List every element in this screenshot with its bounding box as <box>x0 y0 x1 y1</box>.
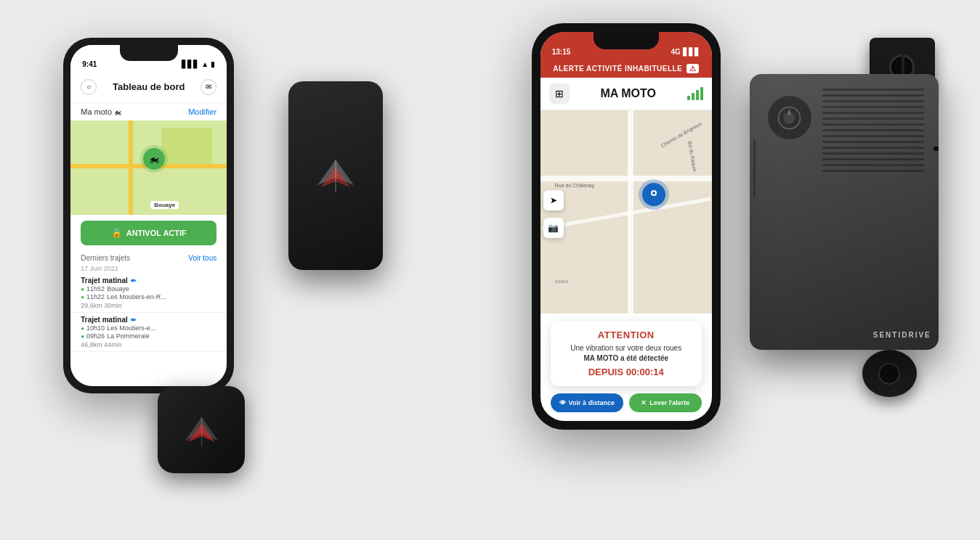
lever-alerte-button[interactable]: ✕ Lever l'alerte <box>629 393 702 412</box>
signal-icon: ▋▋▋ <box>182 60 199 68</box>
right-time: 13:15 <box>552 48 571 56</box>
right-signal-icon: ▋▋▋ <box>683 48 700 56</box>
signal-bars <box>687 87 703 100</box>
device-port <box>934 147 939 151</box>
attention-card: ATTENTION Une vibration sur votre deux r… <box>551 321 702 386</box>
right-map-container: ➤ 📷 Chemin de Brigneux Rue du Châtenay B… <box>540 110 712 314</box>
map-road-r1 <box>540 176 712 181</box>
signal-bar-1 <box>687 96 690 100</box>
location-arrow-btn[interactable]: ➤ <box>543 190 564 210</box>
map-road-r3 <box>541 197 710 231</box>
alert-title: ALERTE ACTIVITÉ INHABITUELLE <box>553 65 682 73</box>
antivol-button[interactable]: 🔒 ANTIVOL ACTIF <box>81 221 216 245</box>
right-phone: 13:15 4G ▋▋▋ ALERTE ACTIVITÉ INHABITUELL… <box>532 23 721 430</box>
trajets-header: Derniers trajets Voir tous <box>70 251 227 263</box>
cable-1 <box>753 139 756 197</box>
sentidrive-logo-circle <box>768 96 811 139</box>
rib-13 <box>822 158 924 160</box>
lever-label: Lever l'alerte <box>649 399 689 406</box>
tracker-wing-logo <box>307 145 365 206</box>
battery-icon: ▮ <box>211 60 215 68</box>
rib-9 <box>822 135 924 137</box>
left-status-icons: ▋▋▋ ▲ ▮ <box>182 60 215 68</box>
camera-small-lens <box>878 363 900 385</box>
sentidrive-device: SENTIDRIVE <box>750 74 939 350</box>
dot-green-icon-3: ● <box>81 325 84 332</box>
rib-4 <box>822 106 924 108</box>
attention-title: ATTENTION <box>559 330 693 340</box>
attention-body-line1: Une vibration sur votre deux roues <box>559 343 693 353</box>
signal-bar-4 <box>700 87 703 100</box>
main-scene: 9:41 ▋▋▋ ▲ ▮ ○ Tableau de bord ✉ Ma moto… <box>0 0 980 540</box>
map-location-label: Bouaye <box>150 201 179 209</box>
trajet1-edit-icon[interactable]: ✏ <box>131 277 137 285</box>
rib-11 <box>822 147 924 149</box>
map-bd-label: Bd du Raquin <box>687 141 697 172</box>
alert-warning-icon: ⚠ <box>687 64 699 73</box>
right-group: 13:15 4G ▋▋▋ ALERTE ACTIVITÉ INHABITUELL… <box>488 16 939 524</box>
left-phone: 9:41 ▋▋▋ ▲ ▮ ○ Tableau de bord ✉ Ma moto… <box>63 38 234 393</box>
device-ribs <box>822 89 924 172</box>
voir-distance-button[interactable]: 👁 Voir à distance <box>551 393 623 412</box>
ma-moto-bar-title: MA MOTO <box>575 87 681 100</box>
trajet2-stop2: ● 09h26 La Pommeraie <box>81 332 216 340</box>
antivol-label: ANTIVOL ACTIF <box>126 229 187 237</box>
tracker-large-device <box>288 81 383 270</box>
modifier-link[interactable]: Modifier <box>188 107 216 116</box>
sentidrive-label: SENTIDRIVE <box>873 331 931 339</box>
trajet1-stop2: ● 11h22 Les Moutiers-en-R... <box>81 293 216 300</box>
map-chemin-label: Chemin de Brigneux <box>660 121 702 149</box>
rib-3 <box>822 100 924 102</box>
dot-green-icon: ● <box>81 286 84 292</box>
map-green-area <box>161 128 212 164</box>
ma-moto-label: Ma moto 🏍 <box>81 107 122 116</box>
attention-moto-text: MA MOTO a été détectée <box>559 353 693 364</box>
ma-moto-row: Ma moto 🏍 Modifier <box>70 103 227 120</box>
trajet1-name: Trajet matinal ✏ <box>81 277 216 285</box>
right-phone-screen: 13:15 4G ▋▋▋ ALERTE ACTIVITÉ INHABITUELL… <box>540 32 712 421</box>
trajet1-stats: 29,6km 30min <box>81 302 216 309</box>
right-phone-notch <box>594 32 659 49</box>
map-issieu-label: ssieu <box>555 278 569 285</box>
dot-green-icon-2: ● <box>81 294 84 300</box>
voir-label: Voir à distance <box>569 399 615 406</box>
map-right-pin <box>642 183 665 206</box>
rib-10 <box>822 141 924 143</box>
left-map: 🏍 Bouaye <box>70 120 227 215</box>
svg-point-3 <box>652 192 655 195</box>
rib-8 <box>822 129 924 131</box>
action-buttons: 👁 Voir à distance ✕ Lever l'alerte <box>540 393 712 412</box>
signal-bar-2 <box>692 93 694 100</box>
rib-6 <box>822 118 924 120</box>
ma-moto-bar: ⊞ MA MOTO <box>540 78 712 110</box>
attention-timer: DEPUIS 00:00:14 <box>559 367 693 377</box>
attention-body: Une vibration sur votre deux roues MA MO… <box>559 343 693 364</box>
rib-5 <box>822 112 924 114</box>
rib-7 <box>822 123 924 126</box>
headset-icon[interactable]: ○ <box>81 79 97 95</box>
lock-icon: 🔒 <box>111 228 122 238</box>
left-app-header: ○ Tableau de bord ✉ <box>70 71 227 103</box>
camera-small <box>862 350 917 397</box>
voir-tous-link[interactable]: Voir tous <box>188 254 216 262</box>
dot-green-icon-4: ● <box>81 333 84 340</box>
rib-14 <box>822 164 924 166</box>
left-phone-screen: 9:41 ▋▋▋ ▲ ▮ ○ Tableau de bord ✉ Ma moto… <box>70 45 227 386</box>
right-map-toolbar: ➤ 📷 <box>540 183 567 245</box>
rib-2 <box>822 94 924 97</box>
trajet-item-2: Trajet matinal ✏ ● 10h10 Les Moutiers-e.… <box>70 313 227 352</box>
message-icon[interactable]: ✉ <box>201 79 216 95</box>
left-time: 9:41 <box>82 60 97 68</box>
alert-header: ALERTE ACTIVITÉ INHABITUELLE ⚠ <box>540 60 712 78</box>
eye-icon: 👁 <box>559 399 566 406</box>
camera-btn[interactable]: 📷 <box>543 218 564 238</box>
signal-bar-3 <box>696 90 699 100</box>
right-status-icons: 4G ▋▋▋ <box>671 48 700 56</box>
x-icon: ✕ <box>641 399 647 406</box>
map-road-vertical <box>129 120 133 215</box>
map-grid-icon[interactable]: ⊞ <box>549 83 570 104</box>
tracker-small-device <box>158 386 245 473</box>
left-header-title: Tableau de bord <box>113 81 185 92</box>
trajet2-stop1: ● 10h10 Les Moutiers-e... <box>81 324 216 332</box>
trajet2-edit-icon[interactable]: ✏ <box>131 316 137 324</box>
